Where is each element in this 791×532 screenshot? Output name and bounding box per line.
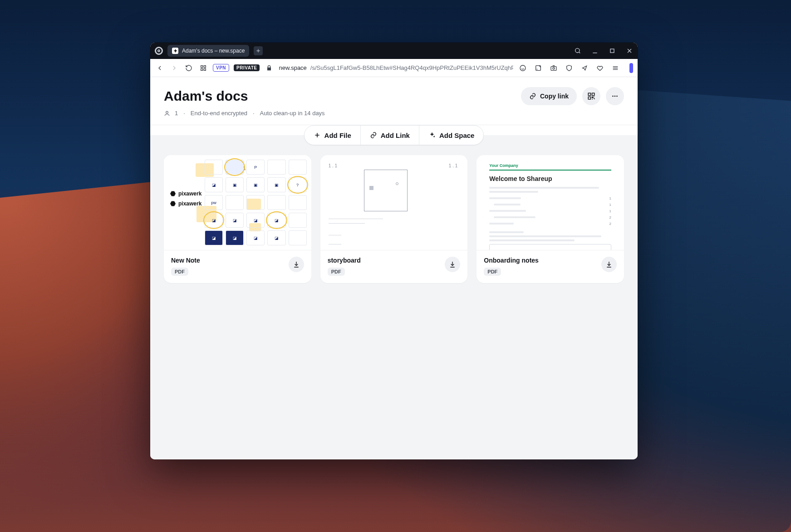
file-type-badge: PDF [171,268,188,276]
download-icon [449,261,456,268]
person-icon [164,110,170,117]
address-domain: new.space [279,64,306,71]
add-link-label: Add Link [381,132,410,139]
sb-page-right: 1 . 1 [449,163,457,168]
nav-reload-button[interactable] [184,63,194,73]
sparkle-icon [428,132,436,139]
add-space-button[interactable]: Add Space [419,126,484,145]
svg-rect-5 [204,68,206,70]
svg-point-6 [520,65,526,71]
file-thumbnail: 1 . 1 1 . 1 [320,155,468,250]
download-icon [605,261,613,268]
people-count: 1 [175,110,178,117]
browser-tab[interactable]: ✦ Adam's docs – new.space [167,45,249,57]
shield-icon[interactable] [564,63,574,73]
browser-window: ✦ Adam's docs – new.space ＋ VPN PRIVATE [150,43,638,459]
svg-rect-10 [588,93,590,95]
search-tabs-button[interactable] [574,47,581,54]
add-link-button[interactable]: Add Link [360,126,419,145]
page-meta: 1 End-to-end encrypted Auto clean-up in … [164,110,624,117]
svg-point-15 [616,96,618,97]
page-title: Adam's docs [164,88,248,104]
download-button[interactable] [601,257,617,272]
link-icon [529,93,536,100]
opera-logo-icon [155,47,163,55]
svg-rect-2 [201,65,203,67]
qr-icon [587,92,595,100]
svg-rect-12 [588,97,590,99]
sidebar-handle[interactable] [629,63,633,73]
action-bar: Add File Add Link Add Space [304,125,484,145]
file-thumbnail: Your Company Welcome to Shareup 1 1 1 2 … [477,155,624,250]
file-card[interactable]: 1 . 1 1 . 1 storyboard PDF [320,155,468,283]
svg-point-16 [166,111,168,113]
file-title: New Note [171,257,200,264]
more-button[interactable] [606,87,624,105]
copy-link-button[interactable]: Copy link [521,87,577,105]
browser-toolbar: VPN PRIVATE new.space/s/Su5sgL1FafGw5-B5… [150,59,638,77]
svg-rect-4 [201,68,203,70]
sb-page-left: 1 . 1 [329,163,337,168]
download-button[interactable] [445,257,460,272]
file-card[interactable]: PIXA pixawerk pixawerk P ◪▣▣▣? pw ◪◪◪◪ ◪… [164,155,311,283]
page-header: Adam's docs Copy link 1 [150,77,638,125]
smiley-icon[interactable] [518,63,528,73]
nav-back-button[interactable] [155,63,165,73]
copy-link-label: Copy link [540,93,569,100]
ellipsis-icon [611,92,619,100]
address-bar[interactable]: new.space/s/Su5sgL1FafGw5-B58LhEtw#SHag4… [279,64,513,71]
add-file-button[interactable]: Add File [305,126,360,145]
window-maximize-button[interactable] [609,47,616,54]
download-icon [293,261,300,268]
cleanup-label: Auto clean-up in 14 days [260,110,325,117]
svg-rect-8 [551,66,556,70]
tab-favicon-icon: ✦ [172,48,178,54]
svg-point-14 [614,96,616,97]
file-title: Onboarding notes [484,257,539,264]
doc-company: Your Company [489,163,611,168]
doc-heading: Welcome to Shareup [489,175,611,182]
svg-point-0 [575,49,580,53]
send-icon[interactable] [580,63,590,73]
nav-forward-button[interactable] [169,63,179,73]
private-badge: PRIVATE [234,64,260,71]
vpn-badge[interactable]: VPN [213,64,229,72]
tab-strip: ✦ Adam's docs – new.space ＋ [150,43,638,59]
lock-icon[interactable] [264,63,274,73]
download-button[interactable] [289,257,304,272]
svg-point-13 [612,96,614,97]
speed-dial-button[interactable] [198,63,208,73]
file-title: storyboard [328,257,361,264]
thumb-brand-label: pixawerk [170,190,201,197]
tab-title: Adam's docs – new.space [182,48,245,54]
plus-icon [314,132,321,139]
heart-icon[interactable] [595,63,605,73]
window-close-button[interactable] [626,47,633,54]
encrypted-label: End-to-end encrypted [191,110,247,117]
svg-rect-11 [592,93,594,95]
svg-rect-3 [204,65,206,67]
card-grid: PIXA pixawerk pixawerk P ◪▣▣▣? pw ◪◪◪◪ ◪… [150,145,638,293]
pinboard-icon[interactable] [533,63,543,73]
add-file-label: Add File [324,132,351,139]
window-minimize-button[interactable] [591,47,599,54]
snapshot-icon[interactable] [549,63,559,73]
add-space-label: Add Space [439,132,475,139]
file-type-badge: PDF [484,268,501,276]
new-tab-button[interactable]: ＋ [254,46,263,55]
page: Adam's docs Copy link 1 [150,77,638,459]
file-card[interactable]: Your Company Welcome to Shareup 1 1 1 2 … [477,155,624,283]
qr-button[interactable] [582,87,600,105]
easy-setup-icon[interactable] [610,63,620,73]
link-icon [370,132,377,139]
toolbar-right-icons [518,63,633,73]
address-path: /s/Su5sgL1FafGw5-B58LhEtw#SHag4RQ4qx9HpP… [310,64,513,71]
file-type-badge: PDF [328,268,345,276]
svg-rect-1 [610,49,614,53]
svg-point-9 [553,67,555,69]
file-thumbnail: PIXA pixawerk pixawerk P ◪▣▣▣? pw ◪◪◪◪ ◪… [164,155,311,250]
